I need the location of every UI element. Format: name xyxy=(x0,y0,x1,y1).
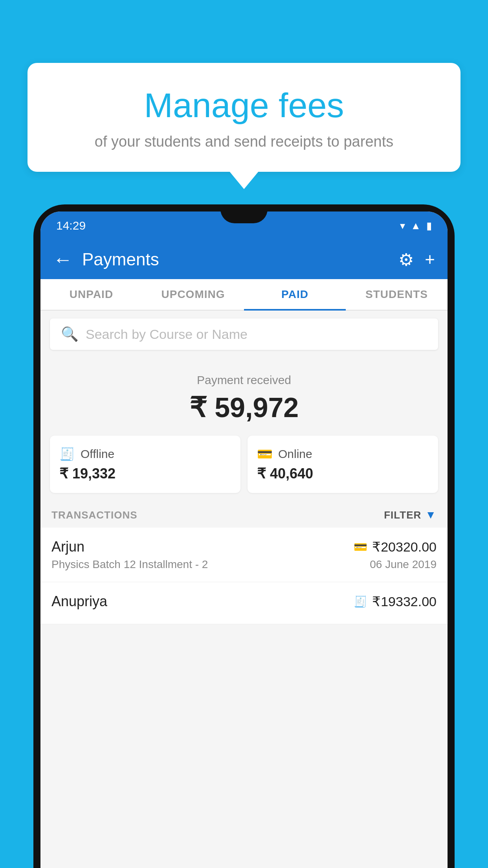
transactions-label: TRANSACTIONS xyxy=(51,509,138,521)
tab-paid[interactable]: PAID xyxy=(244,279,346,310)
transaction-row: Arjun 💳 ₹20320.00 Physics Batch 12 Insta… xyxy=(40,528,448,582)
filter-label: FILTER xyxy=(384,509,421,521)
speech-bubble-subtitle: of your students and send receipts to pa… xyxy=(47,133,441,150)
pay-type-icon-2: 🧾 xyxy=(354,595,367,608)
payment-summary: Payment received ₹ 59,972 xyxy=(40,358,448,436)
offline-label: Offline xyxy=(81,447,114,461)
speech-bubble: Manage fees of your students and send re… xyxy=(28,63,460,172)
filter-button[interactable]: FILTER ▼ xyxy=(384,509,437,521)
phone-frame: 14:29 ▾ ▲ ▮ ← Payments ⚙ + UNPAID UPCOMI… xyxy=(33,204,455,868)
transaction-row-2: Anupriya 🧾 ₹19332.00 xyxy=(40,582,448,624)
offline-amount: ₹ 19,332 xyxy=(59,465,231,482)
online-amount: ₹ 40,640 xyxy=(257,465,429,482)
student-name-2: Anupriya xyxy=(51,593,107,610)
wifi-icon: ▾ xyxy=(400,220,405,232)
add-icon[interactable]: + xyxy=(425,250,435,269)
status-icons: ▾ ▲ ▮ xyxy=(400,220,432,232)
pay-type-icon-1: 💳 xyxy=(354,541,367,554)
search-placeholder: Search by Course or Name xyxy=(86,327,248,342)
payment-cards: 🧾 Offline ₹ 19,332 💳 Online ₹ 40,640 xyxy=(40,436,448,502)
transactions-header: TRANSACTIONS FILTER ▼ xyxy=(40,502,448,528)
battery-icon: ▮ xyxy=(426,220,432,232)
student-name-1: Arjun xyxy=(51,539,84,555)
tab-students[interactable]: STUDENTS xyxy=(346,279,448,310)
offline-icon: 🧾 xyxy=(59,447,75,462)
amount-wrap-1: 💳 ₹20320.00 xyxy=(354,539,437,555)
phone-screen: 14:29 ▾ ▲ ▮ ← Payments ⚙ + UNPAID UPCOMI… xyxy=(40,211,448,868)
tab-upcoming[interactable]: UPCOMING xyxy=(142,279,244,310)
tx-amount-1: ₹20320.00 xyxy=(372,539,437,555)
app-header: ← Payments ⚙ + xyxy=(40,240,448,279)
signal-icon: ▲ xyxy=(411,220,421,232)
tx-amount-2: ₹19332.00 xyxy=(372,594,437,609)
course-name-1: Physics Batch 12 Installment - 2 xyxy=(51,558,208,571)
header-title: Payments xyxy=(82,250,398,269)
filter-icon: ▼ xyxy=(425,509,437,521)
tab-bar: UNPAID UPCOMING PAID STUDENTS xyxy=(40,279,448,311)
online-icon: 💳 xyxy=(257,447,273,462)
search-bar[interactable]: 🔍 Search by Course or Name xyxy=(50,318,438,350)
online-card-header: 💳 Online xyxy=(257,447,429,462)
amount-wrap-2: 🧾 ₹19332.00 xyxy=(354,594,437,609)
payment-received-amount: ₹ 59,972 xyxy=(50,392,438,424)
offline-payment-card: 🧾 Offline ₹ 19,332 xyxy=(50,436,240,493)
status-time: 14:29 xyxy=(56,219,86,232)
phone-notch xyxy=(220,204,268,223)
back-button[interactable]: ← xyxy=(53,248,73,271)
online-payment-card: 💳 Online ₹ 40,640 xyxy=(248,436,438,493)
transaction-row-top-1: Arjun 💳 ₹20320.00 xyxy=(51,539,437,555)
tx-date-1: 06 June 2019 xyxy=(370,558,437,571)
transaction-row-top-2: Anupriya 🧾 ₹19332.00 xyxy=(51,593,437,610)
tab-unpaid[interactable]: UNPAID xyxy=(40,279,142,310)
header-icons: ⚙ + xyxy=(398,250,435,270)
offline-card-header: 🧾 Offline xyxy=(59,447,231,462)
transaction-row-bottom-1: Physics Batch 12 Installment - 2 06 June… xyxy=(51,558,437,571)
online-label: Online xyxy=(278,447,312,461)
speech-bubble-title: Manage fees xyxy=(47,86,441,125)
search-icon: 🔍 xyxy=(61,326,79,342)
settings-icon[interactable]: ⚙ xyxy=(398,250,414,270)
app-content: 🔍 Search by Course or Name Payment recei… xyxy=(40,311,448,868)
payment-received-label: Payment received xyxy=(50,373,438,387)
